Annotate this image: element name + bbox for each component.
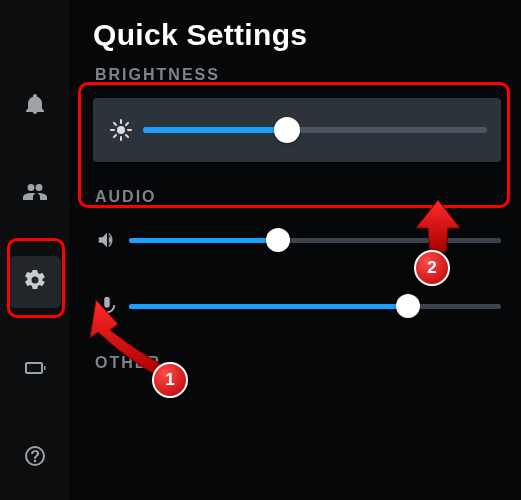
quick-settings-panel: Quick Settings BRIGHTNESS AUDIO [69,0,521,500]
mic-row [93,288,501,324]
page-title: Quick Settings [93,18,501,52]
svg-line-5 [114,123,116,125]
other-label: OTHER [95,354,501,372]
brightness-icon [107,116,135,144]
brightness-slider[interactable] [143,127,487,133]
brightness-thumb[interactable] [274,117,300,143]
bell-icon [23,92,47,120]
mic-slider[interactable] [129,304,501,309]
svg-point-0 [117,126,125,134]
volume-row [93,222,501,258]
brightness-fill [143,127,287,133]
svg-line-6 [126,135,128,137]
sidebar-item-help[interactable] [9,432,61,484]
brightness-section: BRIGHTNESS [93,66,501,162]
audio-section: AUDIO [93,188,501,324]
volume-slider[interactable] [129,238,501,243]
sidebar-item-battery[interactable] [9,344,61,396]
volume-fill [129,238,278,243]
brightness-label: BRIGHTNESS [95,66,501,84]
brightness-slider-row [107,108,487,152]
sidebar-item-friends[interactable] [9,168,61,220]
sidebar-item-notifications[interactable] [9,80,61,132]
app-root: Quick Settings BRIGHTNESS AUDIO [0,0,521,500]
audio-label: AUDIO [95,188,501,206]
sidebar [0,0,69,500]
sidebar-item-settings[interactable] [9,256,61,308]
svg-line-8 [126,123,128,125]
brightness-card [93,98,501,162]
speaker-icon [93,226,121,254]
other-section: OTHER [93,354,501,372]
help-icon [23,444,47,472]
friends-icon [23,180,47,208]
svg-line-7 [114,135,116,137]
gear-icon [23,268,47,296]
volume-thumb[interactable] [266,228,290,252]
mic-thumb[interactable] [396,294,420,318]
mic-fill [129,304,408,309]
mic-icon [93,292,121,320]
battery-icon [23,356,47,384]
